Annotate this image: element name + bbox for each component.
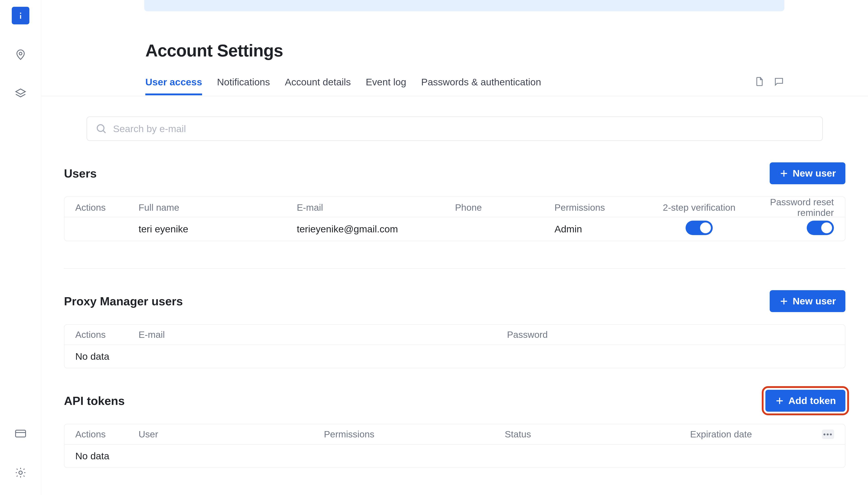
sidebar-item-layers[interactable] [12, 85, 29, 103]
users-section: Users New user Actions Full name E-mail … [42, 141, 868, 241]
col-phone: Phone [455, 202, 555, 213]
pwd-reset-toggle[interactable] [807, 221, 834, 235]
col-two-step: 2-step verification [654, 202, 744, 213]
api-tokens-section: API tokens Add token Actions User Permis… [42, 368, 868, 468]
plus-icon [779, 296, 789, 306]
col-user: User [138, 429, 324, 440]
users-title: Users [64, 167, 97, 180]
new-user-button[interactable]: New user [770, 163, 846, 184]
svg-rect-2 [16, 430, 26, 437]
cell-full-name: teri eyenike [138, 224, 297, 235]
plus-icon [775, 396, 784, 406]
table-row: teri eyenike terieyenike@gmail.com Admin [64, 217, 845, 241]
col-full-name: Full name [138, 202, 297, 213]
col-permissions: Permissions [555, 202, 654, 213]
col-pwd-reset: Password reset reminder [744, 197, 844, 218]
api-title: API tokens [64, 394, 125, 408]
gear-icon [14, 466, 27, 479]
cell-email: terieyenike@gmail.com [297, 224, 455, 235]
proxy-table: Actions E-mail Password No data [64, 324, 846, 368]
col-actions: Actions [75, 429, 138, 440]
proxy-title: Proxy Manager users [64, 294, 183, 308]
users-header-row: Actions Full name E-mail Phone Permissio… [64, 197, 845, 217]
add-token-label: Add token [788, 395, 836, 406]
document-icon[interactable] [754, 76, 765, 89]
info-icon [14, 9, 27, 22]
add-token-button[interactable]: Add token [765, 390, 846, 412]
page-title: Account Settings [145, 41, 784, 60]
sidebar-item-location[interactable] [12, 46, 29, 64]
tab-account-details[interactable]: Account details [285, 76, 351, 95]
tab-user-access[interactable]: User access [145, 76, 202, 95]
new-proxy-user-label: New user [793, 295, 836, 307]
proxy-header-row: Actions E-mail Password [64, 325, 845, 345]
search-input[interactable] [113, 123, 814, 134]
api-header-row: Actions User Permissions Status Expirati… [64, 424, 845, 445]
plus-icon [779, 169, 789, 178]
search-input-wrap[interactable] [86, 117, 823, 141]
row-menu-button[interactable]: ••• [822, 429, 834, 439]
new-proxy-user-button[interactable]: New user [770, 290, 846, 312]
col-status: Status [505, 429, 690, 440]
api-no-data: No data [64, 445, 845, 467]
info-banner [144, 0, 784, 11]
two-step-toggle[interactable] [686, 221, 713, 235]
layers-icon [14, 87, 27, 100]
col-email: E-mail [297, 202, 455, 213]
tab-notifications[interactable]: Notifications [217, 76, 270, 95]
col-password: Password [507, 329, 834, 340]
sidebar-item-info[interactable] [12, 7, 29, 24]
col-expiration: Expiration date [690, 429, 814, 440]
sidebar [0, 0, 42, 495]
map-pin-icon [14, 48, 27, 61]
sidebar-item-settings[interactable] [12, 464, 29, 481]
cell-permissions: Admin [555, 224, 654, 235]
search-icon [95, 123, 108, 135]
users-table: Actions Full name E-mail Phone Permissio… [64, 197, 846, 241]
chat-icon[interactable] [773, 76, 784, 89]
credit-card-icon [14, 427, 27, 440]
svg-point-0 [20, 13, 21, 14]
svg-point-3 [19, 471, 22, 475]
col-actions: Actions [75, 329, 138, 340]
main: Account Settings User access Notificatio… [42, 0, 868, 495]
svg-point-4 [97, 125, 104, 132]
sidebar-item-billing[interactable] [12, 425, 29, 442]
proxy-no-data: No data [64, 345, 845, 368]
proxy-section: Proxy Manager users New user Actions E-m… [42, 269, 868, 368]
col-email: E-mail [138, 329, 507, 340]
tab-event-log[interactable]: Event log [366, 76, 406, 95]
api-table: Actions User Permissions Status Expirati… [64, 424, 846, 468]
col-actions: Actions [75, 202, 138, 213]
col-permissions: Permissions [324, 429, 505, 440]
svg-point-1 [19, 52, 22, 55]
tabs: User access Notifications Account detail… [42, 60, 868, 96]
tab-passwords-auth[interactable]: Passwords & authentication [421, 76, 541, 95]
new-user-label: New user [793, 168, 836, 179]
